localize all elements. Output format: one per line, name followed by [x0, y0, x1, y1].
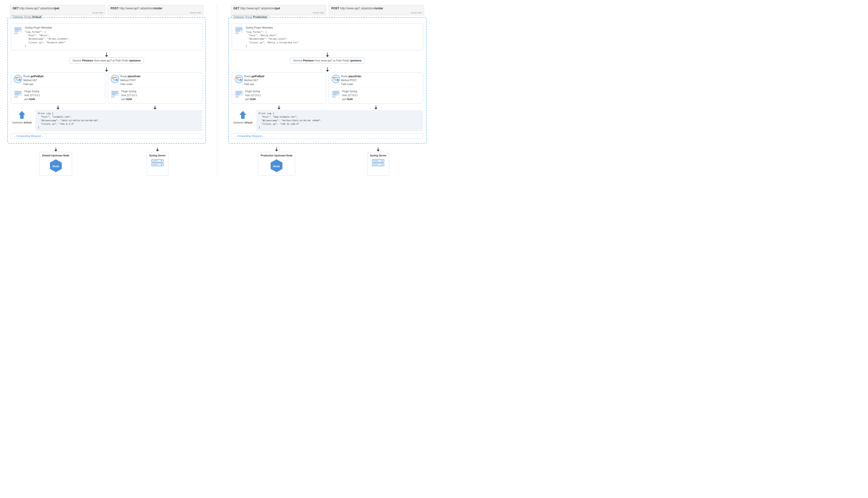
- upstream-arrow-icon: [17, 110, 27, 120]
- svg-rect-14: [15, 93, 21, 94]
- forwarding-request: -- Forwarding Request --: [232, 133, 424, 139]
- url-base: http://www.api7.ai/petstore: [119, 6, 154, 10]
- connector-arrow-1: [11, 53, 203, 57]
- url-base: http://www.api7.ai/petstore: [339, 6, 375, 10]
- print-log-box: Print Log { "host": "example.com", "@tim…: [36, 110, 203, 131]
- svg-marker-48: [326, 55, 329, 57]
- svg-point-17: [111, 75, 119, 83]
- upstream-label: Upstream default: [12, 121, 32, 124]
- svg-text:Node: Node: [52, 165, 59, 168]
- svg-marker-28: [154, 108, 156, 109]
- route-icon: [111, 75, 118, 82]
- bottom-arrow-0: [54, 147, 57, 152]
- svg-point-41: [161, 164, 162, 165]
- svg-rect-82: [373, 164, 378, 165]
- bottom-arrow-1: [377, 147, 380, 152]
- node-hexagon-icon: Node: [49, 158, 63, 174]
- svg-text:SYS: SYS: [332, 96, 336, 98]
- syslog-server-icon: [151, 158, 164, 170]
- node-hexagon-icon: Node: [269, 158, 284, 174]
- node-box-title: Syslog Server: [149, 154, 166, 157]
- url-box-1: POST http://www.api7.ai/petstore/orderRo…: [329, 5, 424, 15]
- svg-point-59: [332, 75, 340, 83]
- gateway-group-label: Gateway Group Default: [11, 15, 43, 19]
- svg-marker-73: [275, 150, 278, 152]
- svg-point-51: [235, 75, 243, 83]
- node-box-1: Syslog Server: [147, 152, 169, 176]
- gateway-group-production: Gateway Group Production SYS Syslog Plug…: [228, 17, 427, 144]
- svg-text:SYS: SYS: [111, 96, 115, 98]
- route-plugin-icon: SYS: [234, 90, 243, 99]
- port-value: 5144: [29, 98, 35, 101]
- svg-point-53: [240, 79, 242, 81]
- route-plugin: SYS Plugin Syslog host 127.0.0.1 port 51…: [14, 88, 103, 101]
- node-box-title: Production Upstream Node: [261, 154, 292, 157]
- svg-marker-70: [374, 108, 377, 109]
- route-path-label: Route Path: [92, 12, 103, 14]
- route-box-1: Route placeOrder Method POST Path /order…: [108, 72, 202, 104]
- url-base: http://www.api7.ai/petstore: [19, 6, 54, 10]
- route-header: Route getPetById Method GET Path /pet: [234, 75, 324, 86]
- svg-text:SYS: SYS: [14, 32, 18, 34]
- plugin-metadata-text: Syslog Plugin Metadata "log_format": { "…: [25, 26, 70, 48]
- url-path: /order: [154, 6, 163, 10]
- route-connector-2: [329, 105, 423, 109]
- route-header: Route placeOrder Method POST Path /order: [111, 75, 199, 86]
- plugin-metadata-box: SYS Syslog Plugin Metadata "log_format":…: [232, 24, 424, 50]
- route-connector-1: [11, 105, 105, 109]
- connector-arrow-2: [232, 67, 424, 72]
- svg-rect-45: [236, 30, 239, 31]
- route-plugin: SYS Plugin Syslog host 127.0.0.1 port 51…: [332, 88, 420, 101]
- port-value: 5144: [250, 98, 256, 101]
- forwarding-label: -- Forwarding Request --: [14, 134, 43, 137]
- svg-rect-1: [15, 28, 21, 28]
- plugin-metadata-text: Syslog Plugin Metadata "log_format": { "…: [246, 26, 299, 48]
- svg-marker-26: [56, 108, 60, 109]
- panel-production: GET http://www.api7.ai/petstore/petRoute…: [228, 5, 427, 176]
- syslog-server-icon: [371, 158, 385, 170]
- plugin-metadata-json: "log_format": { "host": "$http_host", "@…: [246, 30, 299, 48]
- upstream-box: Upstream default: [232, 110, 254, 124]
- url-path: /order: [375, 6, 383, 10]
- forwarding-label: -- Forwarding Request --: [235, 134, 264, 137]
- svg-rect-79: [373, 160, 378, 161]
- routes-row: Route getPetById Method GET Path /pet SY…: [232, 72, 424, 104]
- panel-default: GET http://www.api7.ai/petstore/petRoute…: [8, 5, 206, 176]
- plugin-metadata-title: Syslog Plugin Metadata: [25, 26, 70, 30]
- svg-point-9: [14, 75, 22, 83]
- bottom-arrow-0: [275, 147, 278, 152]
- route-name: getPetById: [30, 75, 43, 78]
- svg-point-11: [19, 79, 21, 81]
- plugin-metadata-box: SYS Syslog Plugin Metadata "log_format":…: [11, 24, 203, 50]
- svg-rect-64: [333, 93, 339, 94]
- url-box-1: POST http://www.api7.ai/petstore/orderRo…: [108, 5, 203, 15]
- svg-rect-55: [236, 91, 242, 92]
- upstream-arrow-icon: [238, 110, 248, 120]
- svg-rect-13: [15, 91, 21, 92]
- gateway-group-name: Production: [253, 15, 268, 18]
- plugin-metadata-title: Syslog Plugin Metadata: [246, 26, 299, 30]
- bottom-arrow-1: [156, 147, 159, 152]
- syslog-plugin-icon: SYS: [14, 26, 22, 35]
- route-box-0: Route getPetById Method GET Path /pet SY…: [232, 72, 326, 104]
- url-method: GET: [13, 6, 19, 10]
- svg-marker-50: [326, 70, 329, 72]
- service-bar: Service Petstore Host www.api7.ai Path P…: [290, 57, 365, 64]
- node-box-0: Default Upstream Node Node: [39, 152, 72, 176]
- bottom-node-wrapper-1: Syslog Server: [109, 147, 206, 176]
- url-bar-row: GET http://www.api7.ai/petstore/petRoute…: [8, 5, 206, 15]
- url-base: http://www.api7.ai/petstore: [239, 6, 275, 10]
- route-path-label: Route Path: [411, 12, 422, 14]
- bottom-nodes-row: Production Upstream Node Node Syslog Ser…: [228, 147, 427, 176]
- upstream-name: default: [24, 121, 32, 124]
- url-method: GET: [233, 6, 239, 10]
- route-box-0: Route getPetById Method GET Path /pet SY…: [11, 72, 105, 104]
- service-name: Petstore: [82, 59, 93, 62]
- svg-rect-3: [15, 30, 19, 31]
- route-info: Route placeOrder Method POST Path /order: [341, 75, 361, 86]
- route-path-label: Route Path: [190, 12, 201, 14]
- bottom-node-wrapper-0: Default Upstream Node Node: [8, 147, 104, 176]
- route-plugin: SYS Plugin Syslog host 127.0.0.1 port 51…: [234, 88, 324, 101]
- route-plugin-info: Plugin Syslog host 127.0.0.1 port 5144: [342, 90, 358, 101]
- connector-row: [11, 105, 203, 109]
